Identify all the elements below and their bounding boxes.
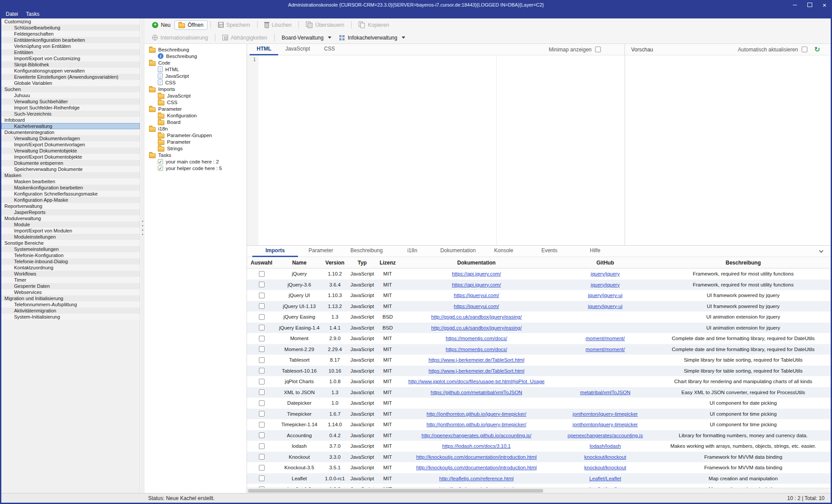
tree-item[interactable]: Strings [145, 145, 247, 152]
tree-item[interactable]: Beschreibung [145, 53, 247, 59]
documentation-link[interactable]: https://www.j-berkemeier.de/TableSort.ht… [429, 357, 524, 363]
tree-item[interactable]: CSS [145, 79, 247, 86]
row-checkbox[interactable] [259, 303, 265, 309]
sidebar-item[interactable]: Feldeigenschaften [1, 31, 140, 37]
sidebar-item[interactable]: Kontaktzuordnung [1, 265, 140, 271]
sidebar-item[interactable]: Schlüsselbearbeitung [1, 25, 140, 31]
row-checkbox[interactable] [259, 400, 265, 406]
row-checkbox[interactable] [259, 368, 265, 373]
bottom-tab[interactable]: Hilfe [572, 246, 618, 257]
row-checkbox[interactable] [259, 411, 265, 417]
table-row[interactable]: jQuery UI 1.10.3 JavaScript MIT https://… [247, 290, 831, 301]
tree-item[interactable]: Konfiguration [145, 112, 247, 119]
github-link[interactable]: jquery/jquery [591, 271, 620, 276]
sidebar-item[interactable]: Entitäten [1, 49, 140, 55]
row-checkbox[interactable] [259, 357, 265, 363]
sidebar-item[interactable]: Erweiterte Einstellungen (Anwendungsvari… [1, 74, 140, 80]
sidebar-item[interactable]: Telefonnummern-Aufsplittung [1, 301, 140, 308]
table-row[interactable]: jqPlot Charts 1.0.8 JavaScript MIT http:… [247, 376, 831, 387]
minimize-icon[interactable] [792, 2, 798, 8]
row-checkbox[interactable] [259, 325, 265, 330]
github-link[interactable]: jquery/jquery-ui [588, 293, 623, 298]
sidebar-item[interactable]: Import/Export von Modulen [1, 228, 140, 234]
sidebar-item[interactable]: Import/Export Dokumentvorlagen [1, 141, 140, 148]
sidebar-item[interactable]: Import/Export Dokumentobjekte [1, 154, 140, 160]
table-row[interactable]: Knockout 3.3.0 JavaScript MIT http://kno… [247, 452, 831, 463]
sidebar-item[interactable]: Gesperrte Daten [1, 283, 140, 289]
column-header[interactable]: Auswahl [247, 260, 276, 266]
column-header[interactable]: Lizenz [377, 260, 398, 266]
tree-item[interactable]: i18n [145, 125, 247, 132]
github-link[interactable]: knockout/knockout [584, 465, 626, 470]
board-verwaltung-button[interactable]: Board-Verwaltung [278, 33, 335, 43]
table-row[interactable]: jQuery Easing 1.3 JavaScript BSD http://… [247, 312, 831, 323]
row-checkbox[interactable] [259, 443, 265, 449]
row-checkbox[interactable] [259, 379, 265, 384]
table-row[interactable]: Knockout-3.5 3.5.1 JavaScript MIT http:/… [247, 462, 831, 473]
documentation-link[interactable]: http://leafletjs.com/reference.html [439, 476, 513, 481]
documentation-link[interactable]: https://jqueryui.com/ [454, 304, 499, 309]
table-row[interactable]: Moment-2.29 2.29.4 JavaScript MIT https:… [247, 344, 831, 355]
tree-item[interactable]: JavaScript [145, 73, 247, 79]
editor-tab[interactable]: HTML [250, 44, 278, 55]
tree-item[interactable]: CSS [145, 99, 247, 105]
tree-item[interactable]: Parameter [145, 138, 247, 145]
table-row[interactable]: lodash 3.7.0 JavaScript MIT https://loda… [247, 441, 831, 452]
tree-item[interactable]: Code [145, 59, 247, 66]
table-row[interactable]: Datepicker 1.0 JavaScript MIT UI compone… [247, 398, 831, 409]
sidebar-item[interactable]: Customizing [1, 18, 140, 25]
row-checkbox[interactable] [259, 465, 265, 471]
bottom-tab[interactable]: Imports [252, 246, 298, 257]
github-link[interactable]: knockout/knockout [584, 454, 626, 460]
neu-button[interactable]: Neu [148, 20, 174, 30]
menu-item[interactable]: Tasks [22, 10, 44, 18]
sidebar-item[interactable]: Sonstige Bereiche [1, 240, 140, 246]
table-row[interactable]: Leaflet 1.0.0-rc1 JavaScript MIT http://… [247, 473, 831, 484]
editor-tab[interactable]: JavaScript [278, 44, 317, 55]
sidebar-item[interactable]: Module [1, 221, 140, 228]
row-checkbox[interactable] [259, 293, 265, 298]
sidebar-item[interactable]: Speicherverwaltung Dokumente [1, 166, 140, 172]
sidebar-item[interactable]: Masken [1, 172, 140, 178]
sidebar-item[interactable]: Systemeinstellungen [1, 246, 140, 252]
code-editor[interactable]: 1 [247, 55, 625, 245]
documentation-link[interactable]: http://jonthornton.github.io/jquery-time… [427, 422, 527, 427]
documentation-link[interactable]: https://github.com/metatribal/xmlToJSON [431, 390, 522, 395]
table-row[interactable]: Timepicker 1.6.7 JavaScript MIT http://j… [247, 409, 831, 420]
documentation-link[interactable]: http://knockoutjs.com/documentation/intr… [416, 454, 537, 460]
sidebar-item[interactable]: Kachelverwaltung [1, 123, 140, 129]
documentation-link[interactable]: https://www.j-berkemeier.de/TableSort.ht… [429, 368, 524, 373]
sidebar-item[interactable]: Telefonie-Konfiguration [1, 252, 140, 258]
sidebar-splitter[interactable] [141, 18, 145, 493]
github-link[interactable]: moment/moment/ [585, 347, 625, 352]
sidebar-item[interactable]: Telefonie-Inbound-Dialog [1, 258, 140, 265]
column-header[interactable]: Version [323, 260, 347, 266]
table-row[interactable]: jQuery-3.6 3.6.4 JavaScript MIT https://… [247, 279, 831, 290]
tree-item[interactable]: HTML [145, 66, 247, 73]
row-checkbox[interactable] [259, 432, 265, 438]
auto-refresh-checkbox[interactable] [802, 47, 807, 52]
documentation-link[interactable]: https://jqueryui.com/ [454, 293, 499, 298]
sidebar-item[interactable]: Verwaltung Dokumentvorlagen [1, 135, 140, 141]
bottom-tab[interactable]: Events [527, 246, 572, 257]
tree-item[interactable]: your main code here : 2 [145, 158, 247, 165]
table-row[interactable]: Moment 2.9.0 JavaScript MIT https://mome… [247, 333, 831, 344]
github-link[interactable]: jonthornton/jquery-timepicker [573, 422, 638, 427]
row-checkbox[interactable] [259, 346, 265, 352]
github-link[interactable]: lodash/lodash [590, 443, 621, 449]
column-header[interactable]: Typ [347, 260, 377, 266]
sidebar-item[interactable]: Webservices [1, 289, 140, 295]
sidebar-item[interactable]: Moduleinstellungen [1, 234, 140, 240]
sidebar-item[interactable]: JasperReports [1, 209, 140, 215]
bottom-tab[interactable]: Beschreibung [344, 246, 389, 257]
close-icon[interactable]: × [821, 2, 828, 8]
chevron-down-icon[interactable] [819, 249, 824, 253]
sidebar-item[interactable]: Masken bearbeiten [1, 178, 140, 185]
bottom-tab[interactable]: i18n [389, 246, 435, 257]
tree-item[interactable]: Imports [145, 86, 247, 92]
tree-item[interactable]: Beschreibung [145, 46, 247, 53]
column-header[interactable]: Dokumentation [398, 260, 555, 266]
tree-item[interactable]: your helper code here : 5 [145, 165, 247, 171]
tree-item[interactable]: JavaScript [145, 92, 247, 99]
sidebar-item[interactable]: Infoboard [1, 117, 140, 123]
